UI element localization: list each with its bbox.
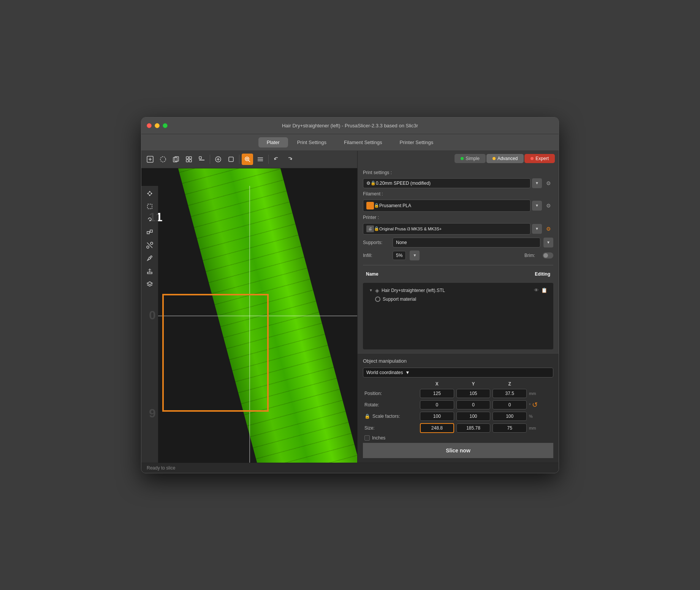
reload-button[interactable] <box>225 154 237 165</box>
supports-select[interactable]: None <box>393 238 540 247</box>
scale-lock-icon[interactable]: 🔒 <box>364 414 370 419</box>
cut-tool[interactable] <box>144 239 156 251</box>
canvas-area[interactable]: 11 0 9 <box>141 168 357 463</box>
rotate-x-input[interactable] <box>420 400 454 409</box>
printer-gear[interactable]: ⚙ <box>543 224 553 234</box>
object-list: ▼ ◈ Hair Dry+straightener (left).STL 👁 📋… <box>363 283 553 349</box>
status-text: Ready to slice <box>147 465 175 471</box>
printer-icon: 🖨 <box>366 225 374 232</box>
supports-dropdown[interactable]: ▼ <box>543 238 553 247</box>
more-button[interactable] <box>196 154 207 165</box>
size-z-input[interactable] <box>493 423 527 433</box>
svg-marker-26 <box>151 192 152 195</box>
svg-rect-6 <box>186 157 188 159</box>
coord-system-select[interactable]: World coordinates ▼ <box>363 368 553 377</box>
simple-mode-button[interactable]: Simple <box>455 154 486 163</box>
svg-line-31 <box>147 243 152 248</box>
z-axis-header: Z <box>493 381 527 387</box>
position-y-input[interactable] <box>456 389 491 398</box>
unit-spacer <box>529 381 552 387</box>
scale-label: Scale factors: <box>372 414 400 419</box>
position-z-input[interactable] <box>493 389 527 398</box>
main-area: 11 0 9 Simple Advanced <box>141 151 559 463</box>
filament-select[interactable]: 🔒 Prusament PLA <box>363 200 531 212</box>
zoom-fit-button[interactable] <box>242 154 253 165</box>
rotate-tool[interactable] <box>144 213 156 225</box>
inches-checkbox[interactable] <box>364 435 370 441</box>
printer-label-row: Printer : <box>363 215 553 220</box>
close-button[interactable] <box>147 123 152 128</box>
y-axis-header: Y <box>456 381 491 387</box>
move-tool[interactable] <box>144 187 156 200</box>
undo-button[interactable] <box>271 154 282 165</box>
svg-line-17 <box>249 160 250 162</box>
add-primitive-button[interactable] <box>212 154 224 165</box>
maximize-button[interactable] <box>163 123 168 128</box>
rotate-z-input[interactable] <box>493 400 527 409</box>
advanced-mode-button[interactable]: Advanced <box>486 154 524 163</box>
tab-print-settings[interactable]: Print Settings <box>289 137 335 148</box>
slice-now-button[interactable]: Slice now <box>363 443 553 458</box>
infill-select[interactable]: 5% <box>393 251 406 260</box>
size-label: Size: <box>364 425 418 431</box>
redo-button[interactable] <box>284 154 295 165</box>
print-settings-label: Print settings : <box>363 170 392 175</box>
reset-rotation-button[interactable]: ↺ <box>532 401 538 409</box>
manipulation-title: Object manipulation <box>363 358 553 364</box>
infill-dropdown[interactable]: ▼ <box>410 251 420 260</box>
size-y-input[interactable] <box>456 423 491 433</box>
expert-mode-dot <box>531 157 534 160</box>
arrange-button[interactable] <box>183 154 195 165</box>
scale-tool[interactable] <box>144 226 156 238</box>
mode-bar: Simple Advanced Expert <box>358 151 559 166</box>
coord-system-value: World coordinates <box>366 370 403 375</box>
scale-row: 🔒 Scale factors: % <box>363 412 553 421</box>
print-settings-select[interactable]: ⚙ 🔒 0.20mm SPEED (modified) <box>363 178 531 188</box>
print-settings-value: 0.20mm SPEED (modified) <box>376 181 527 186</box>
scale-z-input[interactable] <box>493 412 527 421</box>
minimize-button[interactable] <box>155 123 160 128</box>
viewport: 11 0 9 <box>141 151 357 463</box>
tab-printer-settings[interactable]: Printer Settings <box>391 137 442 148</box>
rotate-y-input[interactable] <box>456 400 491 409</box>
rotate-unit: ° <box>529 403 531 407</box>
filament-gear[interactable]: ⚙ <box>543 201 553 211</box>
print-settings-dropdown[interactable]: ▼ <box>532 178 542 188</box>
expert-mode-button[interactable]: Expert <box>524 154 555 163</box>
copy-button[interactable] <box>170 154 182 165</box>
add-object-button[interactable] <box>144 154 156 165</box>
position-x-input[interactable] <box>420 389 454 398</box>
scale-y-input[interactable] <box>456 412 491 421</box>
list-item[interactable]: Support material <box>366 295 550 303</box>
svg-marker-23 <box>149 191 151 192</box>
paint-tool[interactable] <box>144 252 156 264</box>
list-item[interactable]: ▼ ◈ Hair Dry+straightener (left).STL 👁 📋 <box>366 286 550 295</box>
brim-label: Brim: <box>524 253 540 258</box>
print-settings-control-row: ⚙ 🔒 0.20mm SPEED (modified) ▼ ⚙ <box>363 178 553 188</box>
inches-label: Inches <box>372 435 385 441</box>
coord-system-row: World coordinates ▼ <box>363 368 553 377</box>
tab-filament-settings[interactable]: Filament Settings <box>336 137 390 148</box>
select-tool[interactable] <box>144 200 156 213</box>
view-menu-button[interactable] <box>255 154 266 165</box>
support-tool[interactable] <box>144 265 156 277</box>
printer-select[interactable]: 🖨 🔒 Original Prusa i3 MK3S & MK3S+ <box>363 223 531 235</box>
printer-dropdown[interactable]: ▼ <box>532 224 542 234</box>
tab-plater[interactable]: Plater <box>258 137 288 148</box>
position-label: Position: <box>364 391 418 396</box>
print-settings-gear[interactable]: ⚙ <box>543 178 553 188</box>
traffic-lights <box>147 123 168 128</box>
filament-dropdown[interactable]: ▼ <box>532 201 542 211</box>
infill-label: Infill: <box>363 253 390 258</box>
scale-x-input[interactable] <box>420 412 454 421</box>
edit-icon[interactable]: 📋 <box>541 287 547 293</box>
window-title: Hair Dry+straightener (left) - PrusaSlic… <box>282 123 418 128</box>
delete-button[interactable] <box>157 154 169 165</box>
svg-rect-15 <box>229 157 233 162</box>
visibility-icon[interactable]: 👁 <box>534 287 539 293</box>
object-manipulation-panel: Object manipulation World coordinates ▼ … <box>358 353 559 463</box>
layers-tool[interactable] <box>144 278 156 290</box>
brim-toggle[interactable] <box>543 252 553 259</box>
xyz-headers: X Y Z <box>363 381 553 387</box>
size-x-input[interactable] <box>420 423 454 433</box>
